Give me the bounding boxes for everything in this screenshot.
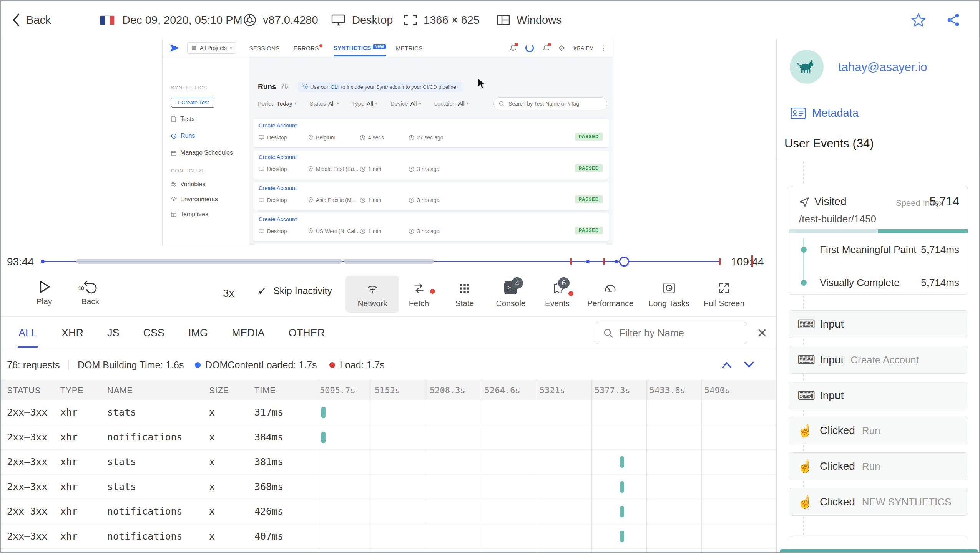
app-runs-count: 76	[281, 83, 288, 91]
back-10s-button[interactable]: 10 Back	[73, 279, 108, 306]
monitor-icon	[258, 228, 264, 234]
paint-progress-bar	[789, 229, 968, 233]
time-tick: 5377.3s	[591, 386, 630, 395]
event-marker-red	[570, 258, 572, 265]
hyena-avatar-icon	[796, 59, 817, 75]
total-time-label: 109:44	[731, 256, 764, 268]
events-count-badge: 6	[558, 277, 570, 289]
input-event-card[interactable]: ⌨ InputCreate Account	[789, 346, 968, 374]
user-panel: tahay@asayer.io Metadata User Events (34…	[776, 39, 980, 553]
metric-dot	[801, 247, 807, 253]
fullscreen-icon	[717, 281, 731, 295]
playback-speed-button[interactable]: 3x	[223, 287, 234, 300]
timeline-start-dot	[41, 260, 45, 263]
network-request-row[interactable]: 2xx–3xxxhrstatsx381ms	[1, 450, 776, 475]
project-selector: All Projects ▾	[187, 42, 236, 54]
event-connector	[803, 445, 804, 451]
app-search-input	[508, 98, 604, 110]
skip-inactivity-toggle[interactable]: ✓ Skip Inactivity	[257, 284, 332, 298]
filter-location: LocationAll▾	[434, 100, 468, 107]
share-button[interactable]	[946, 1, 961, 39]
app-filter-row: PeriodToday▾ StatusAll▾ TypeAll▾ DeviceA…	[258, 100, 469, 107]
clock-icon	[409, 228, 414, 234]
input-event-card[interactable]: ⌨ Input	[789, 382, 968, 409]
network-request-row[interactable]: 2xx–3xxxhrnotificationsx407ms	[1, 524, 776, 549]
run-duration: 1 min	[360, 197, 381, 203]
time-tick: 5208.3s	[427, 386, 465, 395]
net-tab-xhr[interactable]: XHR	[61, 327, 83, 339]
user-events-title: User Events (34)	[784, 137, 874, 151]
network-tool-button[interactable]: Network	[345, 276, 399, 313]
col-size: SIZE	[209, 386, 229, 396]
app-notifications	[509, 44, 517, 52]
clock-icon	[360, 135, 365, 141]
run-card: Create Account Desktop Belgium 4 secs 27…	[253, 119, 609, 147]
time-tick: 5152s	[372, 386, 400, 395]
network-filter-input[interactable]	[619, 323, 742, 343]
time-tick: 5490s	[701, 386, 730, 395]
net-tab-all[interactable]: ALL	[18, 319, 38, 348]
search-icon	[603, 328, 614, 339]
timeline-track[interactable]	[42, 251, 720, 273]
net-tab-js[interactable]: JS	[107, 327, 120, 339]
console-tool-button[interactable]: >_ 4 Console	[484, 276, 538, 313]
network-request-row[interactable]: 2xx–3xxxhrstatsx317ms	[1, 400, 776, 425]
click-event-card[interactable]: ☝ ClickedNEW SYNTHETICS	[789, 488, 968, 516]
projects-icon	[191, 45, 197, 51]
create-test-button: + Create Test	[171, 98, 214, 108]
app-search-box	[493, 97, 607, 110]
inactivity-segment	[76, 259, 342, 264]
device-type-label: Desktop	[352, 14, 393, 26]
network-request-row[interactable]: 2xx–3xxxhrstatsx368ms	[1, 475, 776, 500]
run-location: Belgium	[308, 134, 336, 141]
replay-cursor-icon	[477, 78, 487, 90]
fullscreen-tool-button[interactable]: Full Screen	[697, 276, 751, 313]
network-table-header: STATUS TYPE NAME SIZE TIME 5095.7s 5152s…	[1, 380, 776, 400]
net-tab-css[interactable]: CSS	[143, 327, 165, 339]
replay-viewport[interactable]: All Projects ▾ SESSIONS ERRORS SYNTHETIC…	[1, 39, 776, 251]
resolution-label: 1366 × 625	[424, 14, 480, 26]
play-button[interactable]: Play	[27, 279, 61, 306]
run-status-badge: PASSED	[575, 227, 603, 234]
app-sidebar-item-schedules: Manage Schedules	[171, 149, 233, 156]
app-user-name: KRAIEM	[573, 45, 594, 51]
network-stats-row: 76: requests | DOM Building Time: 1.6s D…	[1, 349, 776, 380]
back-label: Back	[26, 14, 51, 26]
request-timing-bar	[620, 456, 624, 468]
back-button[interactable]: Back	[12, 1, 51, 39]
event-connector	[803, 410, 804, 416]
input-event-card[interactable]: ⌨ Input	[789, 310, 968, 338]
favorite-button[interactable]	[911, 1, 926, 39]
filter-type: TypeAll▾	[352, 100, 377, 107]
visited-event-card[interactable]: Visited Speed Index 5,714 /test-builder/…	[789, 186, 968, 295]
time-tick: 5095.7s	[317, 386, 355, 395]
network-request-row[interactable]: 2xx–3xxxhrnotificationsx426ms	[1, 499, 776, 524]
net-tab-img[interactable]: IMG	[188, 327, 208, 339]
events-tool-button[interactable]: 6 Events	[530, 276, 584, 313]
timeline-handle[interactable]	[619, 257, 629, 267]
user-email: tahay@asayer.io	[838, 60, 927, 74]
click-event-card[interactable]: ☝ ClickedRun	[789, 417, 968, 444]
long-tasks-tool-button[interactable]: Long Tasks	[642, 276, 696, 313]
app-sidebar-section-configure: CONFIGURE	[171, 168, 205, 174]
run-location: Middle East (Ba...	[308, 166, 359, 172]
fetch-alert-dot	[430, 289, 435, 294]
network-request-row[interactable]: 2xx–3xxxhrnotificationsx384ms	[1, 425, 776, 450]
jump-prev-chevron-icon[interactable]	[720, 359, 733, 370]
country-flag-icon	[100, 15, 115, 25]
col-type: TYPE	[60, 386, 84, 396]
metadata-button[interactable]: Metadata	[791, 107, 859, 119]
run-card: Create Account Desktop Middle East (Ba..…	[253, 151, 609, 179]
app-page-header: Runs 76 ⓘ Use our CLI to include your Sy…	[258, 82, 462, 92]
performance-tool-button[interactable]: Performance	[583, 276, 637, 313]
jump-next-chevron-icon[interactable]	[742, 359, 756, 370]
check-icon: ✓	[257, 284, 267, 298]
requests-count: 76: requests	[7, 359, 60, 371]
net-tab-media[interactable]: MEDIA	[232, 327, 265, 339]
state-tool-button[interactable]: State	[438, 276, 492, 313]
metric-connector-line	[803, 238, 804, 285]
click-event-card[interactable]: ☝ ClickedRun	[789, 452, 968, 480]
close-panel-button[interactable]: ×	[757, 323, 767, 343]
net-tab-other[interactable]: OTHER	[289, 327, 325, 339]
run-device: Desktop	[258, 134, 287, 141]
